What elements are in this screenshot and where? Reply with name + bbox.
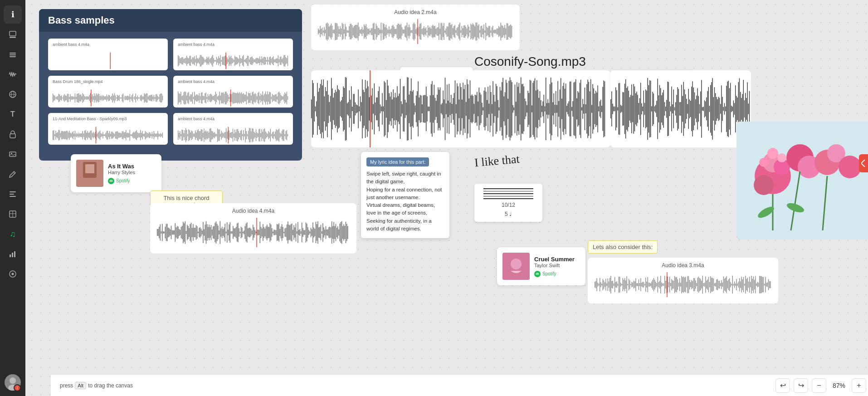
audio-idea-2-card[interactable]: Audio idea 2.m4a bbox=[311, 5, 520, 50]
svg-rect-770 bbox=[481, 26, 481, 37]
svg-rect-1372 bbox=[286, 228, 286, 237]
align-icon[interactable] bbox=[4, 185, 22, 203]
svg-rect-560 bbox=[244, 134, 244, 137]
svg-rect-1104 bbox=[615, 88, 616, 131]
svg-rect-134 bbox=[281, 57, 281, 65]
svg-rect-909 bbox=[417, 91, 417, 127]
lock-icon[interactable] bbox=[4, 125, 22, 143]
svg-rect-937 bbox=[445, 78, 445, 140]
svg-rect-66 bbox=[215, 60, 216, 61]
bass-samples-card: Bass samples ambient bass 4.m4a /* bars … bbox=[39, 9, 302, 161]
text-icon[interactable]: T bbox=[4, 105, 22, 123]
zoom-in-button[interactable]: + bbox=[852, 378, 866, 393]
waveform-card-2[interactable]: ambient bass 4.m4a (function(){ var svg … bbox=[173, 39, 293, 70]
svg-rect-49 bbox=[199, 58, 200, 64]
svg-rect-961 bbox=[469, 98, 469, 119]
svg-rect-440 bbox=[115, 132, 116, 138]
svg-rect-345 bbox=[260, 93, 261, 103]
extended-waveform-card[interactable] bbox=[610, 70, 751, 147]
svg-rect-175 bbox=[83, 94, 84, 102]
svg-rect-1039 bbox=[546, 103, 547, 115]
svg-rect-147 bbox=[56, 97, 57, 99]
waveform-card-1[interactable]: ambient bass 4.m4a /* bars generated bel… bbox=[48, 39, 168, 70]
svg-rect-568 bbox=[252, 128, 252, 142]
svg-rect-56 bbox=[206, 59, 206, 63]
as-it-was-card[interactable]: As It Was Harry Styles Spotify bbox=[71, 154, 161, 192]
svg-rect-1203 bbox=[714, 87, 715, 131]
waveform-icon[interactable] bbox=[4, 65, 22, 83]
waveform-label-6: ambient bass 4.m4a bbox=[178, 117, 288, 121]
globe-icon[interactable] bbox=[4, 85, 22, 103]
svg-rect-1462 bbox=[615, 282, 616, 287]
svg-rect-158 bbox=[67, 94, 68, 102]
svg-rect-583 bbox=[266, 133, 267, 138]
zoom-out-button[interactable]: − bbox=[812, 378, 826, 393]
svg-rect-1520 bbox=[673, 281, 674, 289]
svg-rect-9 bbox=[10, 152, 16, 156]
svg-rect-1014 bbox=[522, 84, 522, 134]
svg-rect-475 bbox=[149, 132, 149, 138]
svg-rect-1300 bbox=[214, 226, 214, 239]
media-icon[interactable] bbox=[4, 25, 22, 44]
svg-rect-1573 bbox=[726, 276, 727, 293]
svg-rect-1134 bbox=[645, 89, 646, 128]
chart-icon[interactable] bbox=[4, 245, 22, 263]
svg-rect-815 bbox=[323, 79, 323, 138]
layers-icon[interactable] bbox=[4, 45, 22, 64]
svg-rect-246 bbox=[152, 95, 152, 102]
svg-rect-1441 bbox=[595, 282, 595, 288]
svg-rect-96 bbox=[244, 60, 244, 62]
svg-rect-1158 bbox=[669, 102, 670, 116]
svg-rect-997 bbox=[505, 92, 505, 126]
svg-rect-1065 bbox=[572, 101, 573, 117]
svg-rect-756 bbox=[467, 29, 467, 34]
svg-rect-757 bbox=[468, 25, 468, 39]
table-icon[interactable] bbox=[4, 205, 22, 223]
svg-rect-1490 bbox=[644, 282, 644, 288]
waveform-card-5[interactable]: 11-And Meditation Bass - Sparkly09.mp3 (… bbox=[48, 113, 168, 145]
info-icon[interactable]: ℹ bbox=[4, 5, 22, 24]
image-icon[interactable] bbox=[4, 145, 22, 163]
svg-rect-559 bbox=[243, 130, 244, 140]
svg-rect-1403 bbox=[317, 224, 317, 241]
svg-rect-1608 bbox=[761, 276, 761, 293]
svg-rect-1287 bbox=[201, 229, 201, 236]
svg-rect-822 bbox=[330, 96, 331, 122]
svg-rect-1054 bbox=[561, 99, 562, 119]
undo-button[interactable]: ↩ bbox=[775, 378, 790, 393]
svg-rect-81 bbox=[230, 57, 230, 64]
svg-rect-222 bbox=[129, 97, 129, 100]
cruel-summer-card[interactable]: Cruel Summer Taylor Swift Spotify bbox=[497, 247, 585, 285]
waveform-card-6[interactable]: ambient bass 4.m4a (function(){ var svg … bbox=[173, 113, 293, 145]
cosonify-waveform-card[interactable] bbox=[311, 70, 610, 147]
waveform-card-4[interactable]: ambient bass 4.m4a (function(){ var svg … bbox=[173, 76, 293, 108]
pencil-icon[interactable] bbox=[4, 165, 22, 183]
collapse-panel-button[interactable] bbox=[859, 154, 868, 172]
svg-rect-1121 bbox=[632, 96, 633, 122]
svg-rect-205 bbox=[112, 93, 113, 103]
svg-rect-502 bbox=[188, 129, 189, 141]
redo-button[interactable]: ↪ bbox=[794, 378, 808, 393]
svg-rect-185 bbox=[93, 96, 93, 100]
svg-rect-847 bbox=[355, 103, 356, 116]
spotify-sidebar-icon[interactable]: ♫ bbox=[4, 225, 22, 243]
svg-rect-917 bbox=[425, 95, 425, 122]
svg-rect-1399 bbox=[312, 222, 313, 242]
svg-rect-1575 bbox=[728, 279, 729, 290]
svg-rect-794 bbox=[504, 25, 505, 38]
cruel-summer-track: Cruel Summer bbox=[534, 256, 580, 263]
svg-rect-153 bbox=[62, 98, 63, 99]
svg-rect-821 bbox=[329, 102, 330, 116]
audio-idea-4-card[interactable]: Audio idea 4.m4a bbox=[150, 203, 356, 254]
svg-rect-639 bbox=[350, 24, 350, 39]
svg-rect-3 bbox=[10, 54, 16, 55]
svg-rect-1263 bbox=[177, 226, 177, 239]
svg-rect-84 bbox=[233, 59, 233, 63]
svg-rect-623 bbox=[334, 29, 334, 34]
svg-rect-19 bbox=[12, 253, 13, 257]
audio-idea-3-card[interactable]: Audio idea 3.m4a bbox=[588, 258, 778, 303]
svg-rect-407 bbox=[83, 133, 84, 137]
svg-rect-362 bbox=[277, 96, 278, 99]
waveform-card-3[interactable]: Bass Drum 186_single.mp4 (function(){ va… bbox=[48, 76, 168, 108]
plugin-icon[interactable] bbox=[4, 265, 22, 283]
